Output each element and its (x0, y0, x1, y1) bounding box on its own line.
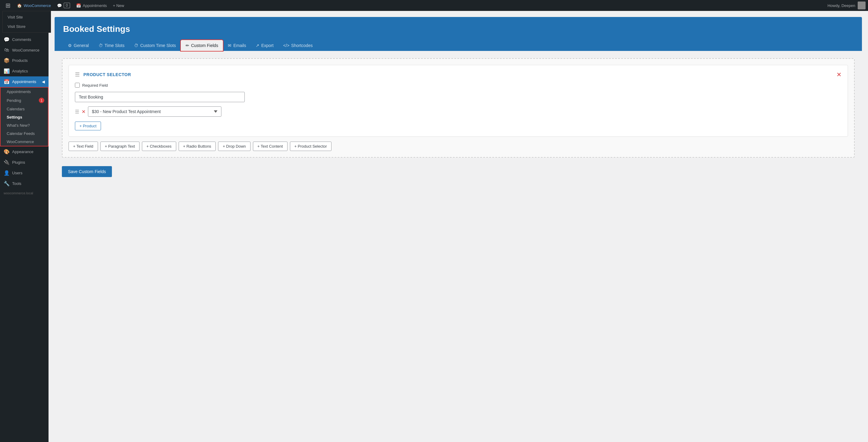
field-card-product-selector: ☰ PRODUCT SELECTOR ✕ Required Field ☰ ✕ … (68, 65, 848, 137)
clock2-icon: ⏱ (134, 43, 138, 48)
add-field-buttons: + Text Field + Paragraph Text + Checkbox… (68, 141, 848, 151)
tools-icon: 🔧 (4, 181, 10, 186)
clock-icon: ⏱ (99, 43, 103, 48)
tab-time-slots[interactable]: ⏱ Time Slots (94, 40, 129, 51)
wp-logo-icon: ⊞ (5, 2, 11, 9)
export-icon: ↗ (256, 43, 259, 48)
sidebar-item-appearance[interactable]: 🎨 Appearance (0, 147, 49, 157)
appointments-arrow-icon: ◀ (42, 80, 45, 84)
topbar-right: Howdy, Deepen (827, 1, 866, 9)
tab-custom-time-slots[interactable]: ⏱ Custom Time Slots (129, 40, 181, 51)
products-icon: 📦 (4, 58, 10, 63)
required-field-label: Required Field (82, 83, 108, 88)
add-radio-buttons-button[interactable]: + Radio Buttons (179, 141, 216, 151)
topbar-site-name[interactable]: 🏠 WooCommerce (14, 0, 53, 11)
gear-icon: ⚙ (68, 43, 72, 48)
add-drop-down-button[interactable]: + Drop Down (218, 141, 250, 151)
wp-logo[interactable]: ⊞ Visit Site Visit Store (2, 0, 13, 11)
appearance-icon: 🎨 (4, 149, 10, 155)
woocommerce-icon: 🛍 (4, 47, 10, 53)
sidebar-item-users[interactable]: 👤 Users (0, 168, 49, 178)
submenu-appointments[interactable]: Appointments (1, 88, 48, 96)
shortcodes-icon: </> (283, 43, 289, 48)
comments-icon: 💬 (4, 37, 10, 42)
product-remove-button[interactable]: ✕ (82, 109, 86, 115)
sidebar-footer: woocommerce.local (0, 189, 49, 197)
add-checkboxes-button[interactable]: + Checkboxes (142, 141, 176, 151)
field-type-label: PRODUCT SELECTOR (84, 72, 833, 77)
custom-fields-container: ☰ PRODUCT SELECTOR ✕ Required Field ☰ ✕ … (62, 58, 855, 158)
page-title: Booked Settings (63, 24, 854, 34)
submenu-calendars[interactable]: Calendars (1, 105, 48, 113)
sidebar-item-plugins[interactable]: 🔌 Plugins (0, 157, 49, 168)
topbar-appointments[interactable]: 📅 Appointments (74, 0, 110, 11)
drag-handle-icon[interactable]: ☰ (75, 71, 80, 78)
submenu-calendar-feeds[interactable]: Calendar Feeds (1, 129, 48, 138)
add-text-content-button[interactable]: + Text Content (253, 141, 287, 151)
submenu-pending[interactable]: Pending 1 (1, 96, 48, 105)
add-product-button[interactable]: + Product (75, 122, 101, 130)
main-content: Booked Settings ⚙ General ⏱ Time Slots ⏱… (49, 11, 868, 442)
product-drag-icon[interactable]: ☰ (75, 109, 79, 115)
wp-dropdown-menu: Visit Site Visit Store (2, 11, 51, 33)
product-row: ☰ ✕ $30 - New Product Test Appointment (75, 106, 842, 117)
page-header: Booked Settings ⚙ General ⏱ Time Slots ⏱… (55, 17, 862, 51)
top-bar: ⊞ Visit Site Visit Store 🏠 WooCommerce 💬… (0, 0, 868, 11)
tab-shortcodes[interactable]: </> Shortcodes (278, 40, 317, 51)
field-card-header: ☰ PRODUCT SELECTOR ✕ (75, 71, 842, 78)
visit-store-link[interactable]: Visit Store (3, 22, 51, 31)
submenu-woocommerce[interactable]: WooCommerce (1, 138, 48, 146)
main-layout: 🖼 Media 📄 Pages 💬 Comments 🛍 WooCommerce… (0, 11, 868, 442)
topbar-new[interactable]: + New (111, 0, 126, 11)
pending-badge: 1 (39, 98, 44, 103)
email-icon: ✉ (228, 43, 231, 48)
save-custom-fields-button[interactable]: Save Custom Fields (62, 166, 112, 177)
product-select[interactable]: $30 - New Product Test Appointment (88, 106, 221, 117)
sidebar-item-comments[interactable]: 💬 Comments (0, 34, 49, 45)
content-area: ☰ PRODUCT SELECTOR ✕ Required Field ☰ ✕ … (55, 51, 862, 184)
tab-export[interactable]: ↗ Export (251, 40, 278, 51)
add-text-field-button[interactable]: + Text Field (68, 141, 98, 151)
appointments-submenu: Appointments Pending 1 Calendars Setting… (0, 87, 49, 147)
required-field-checkbox[interactable] (75, 83, 80, 88)
add-product-selector-button[interactable]: + Product Selector (290, 141, 332, 151)
users-icon: 👤 (4, 170, 10, 176)
sidebar-item-products[interactable]: 📦 Products (0, 55, 49, 66)
howdy-text: Howdy, Deepen (827, 3, 855, 8)
comment-icon: 💬 (57, 3, 62, 8)
submenu-whats-new[interactable]: What's New? (1, 121, 48, 129)
tab-emails[interactable]: ✉ Emails (223, 40, 251, 51)
tab-general[interactable]: ⚙ General (63, 40, 94, 51)
topbar-comments[interactable]: 💬 0 (55, 0, 72, 11)
add-paragraph-text-button[interactable]: + Paragraph Text (100, 141, 140, 151)
calendar-icon: 📅 (76, 3, 81, 8)
topbar-home-icon: 🏠 (17, 3, 22, 8)
appointments-icon: 📅 (4, 79, 10, 85)
tab-custom-fields[interactable]: ✏ Custom Fields (181, 40, 223, 51)
sidebar: 🖼 Media 📄 Pages 💬 Comments 🛍 WooCommerce… (0, 11, 49, 442)
visit-site-link[interactable]: Visit Site (3, 12, 51, 22)
avatar (858, 1, 866, 9)
pencil-icon: ✏ (186, 43, 189, 48)
close-field-button[interactable]: ✕ (836, 71, 842, 77)
submenu-settings[interactable]: Settings (1, 113, 48, 121)
analytics-icon: 📊 (4, 68, 10, 74)
field-name-input[interactable] (75, 92, 245, 102)
sidebar-item-analytics[interactable]: 📊 Analytics (0, 66, 49, 76)
page-tabs: ⚙ General ⏱ Time Slots ⏱ Custom Time Slo… (63, 40, 854, 51)
plugins-icon: 🔌 (4, 159, 10, 165)
sidebar-item-woocommerce[interactable]: 🛍 WooCommerce (0, 45, 49, 55)
required-field-row: Required Field (75, 83, 842, 88)
sidebar-item-appointments[interactable]: 📅 Appointments ◀ (0, 76, 49, 87)
comment-count-badge: 0 (64, 3, 70, 8)
sidebar-item-tools[interactable]: 🔧 Tools (0, 178, 49, 189)
